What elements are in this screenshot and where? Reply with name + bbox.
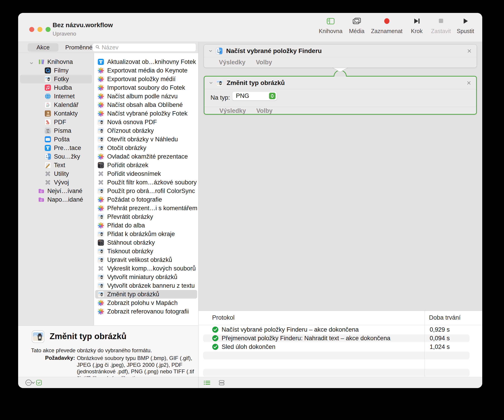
category-label: Internet xyxy=(54,93,75,100)
action-list-item[interactable]: Tisknout obrázky xyxy=(94,247,198,255)
list-view-icon[interactable] xyxy=(203,379,211,387)
sidebar-item[interactable]: Hudba xyxy=(18,83,94,92)
action-list-item[interactable]: Nová osnova PDF xyxy=(94,118,198,126)
action-list-item[interactable]: Použít pro obrá…rofil ColorSync xyxy=(94,187,198,195)
toolbar-icon xyxy=(436,15,446,28)
action-list-item[interactable]: Exportovat média do Keynote xyxy=(94,66,198,75)
action-list-item[interactable]: Stáhnout obrázky xyxy=(94,238,198,247)
action-icon xyxy=(98,248,104,254)
protocol-row[interactable]: Přejmenovat položky Finderu: Nahradit te… xyxy=(198,334,482,343)
collapse-chevron-icon[interactable] xyxy=(209,81,213,85)
action-list-item[interactable]: Převrátit obrázky xyxy=(94,213,198,221)
action-icon xyxy=(98,265,104,272)
collapse-chevron-icon[interactable] xyxy=(209,49,213,53)
sidebar-item[interactable]: PDF PDF xyxy=(18,118,94,126)
sidebar-item[interactable]: Text xyxy=(18,161,94,169)
toolbar-label: Zastavit xyxy=(431,28,451,35)
sidebar-item[interactable]: Pre…tace xyxy=(18,144,94,152)
action-list-item[interactable]: Pořídit obrázek xyxy=(94,161,198,169)
sidebar-item[interactable]: Nejví…ívané xyxy=(18,187,94,195)
workflow-action-card-change-type[interactable]: Změnit typ obrázků Na typ: PNG Výsledky … xyxy=(204,76,477,115)
action-list-item[interactable]: Načíst album podle názvu xyxy=(94,92,198,101)
action-list-item[interactable]: Načíst obsah alba Oblíbené xyxy=(94,101,198,109)
sidebar-item[interactable]: Napo…idané xyxy=(18,195,94,204)
options-link[interactable]: Volby xyxy=(256,107,273,114)
sidebar-item[interactable]: Pošta xyxy=(18,135,94,144)
titlebar: Bez názvu.workflow Upraveno Knihovna Méd… xyxy=(18,13,482,42)
card-header: Načíst vybrané položky Finderu xyxy=(204,45,477,57)
sidebar-item[interactable]: Filmy xyxy=(18,66,94,75)
protocol-row[interactable]: Načíst vybrané položky Finderu – akce do… xyxy=(198,325,482,334)
toolbar-button[interactable]: Zastavit xyxy=(431,15,451,35)
sidebar-item[interactable]: Utility xyxy=(18,169,94,178)
action-icon xyxy=(98,84,104,91)
action-list-item[interactable]: Změnit typ obrázků xyxy=(95,290,197,299)
action-list-item[interactable]: Importovat soubory do Fotek xyxy=(94,83,198,92)
toolbar-button[interactable]: Spustit xyxy=(457,15,474,35)
action-list-item[interactable]: Přidat do alba xyxy=(94,221,198,230)
zoom-window-button[interactable] xyxy=(46,27,51,32)
toolbar-button[interactable]: Knihovna xyxy=(319,15,342,35)
action-list-item[interactable]: Otočit obrázky xyxy=(94,144,198,152)
minimize-window-button[interactable] xyxy=(37,27,42,32)
disclosure-chevron-icon[interactable] xyxy=(30,60,34,64)
action-list-item[interactable]: Přehrát prezent…i s komentářem xyxy=(94,204,198,213)
sidebar-item[interactable]: Vývoj xyxy=(18,178,94,187)
action-icon xyxy=(98,171,104,177)
action-list-item[interactable]: Aktualizovat ob…knihovny Fotek xyxy=(94,58,198,66)
toolbar-button[interactable]: Média xyxy=(348,15,365,35)
action-icon xyxy=(98,257,104,263)
search-input[interactable] xyxy=(102,44,193,51)
action-list-item[interactable]: Pořídit videosnímek xyxy=(94,169,198,178)
tab-actions[interactable]: Akce xyxy=(28,43,59,52)
options-link[interactable]: Volby xyxy=(256,59,272,66)
sidebar-item[interactable]: Sou…žky xyxy=(18,152,94,161)
action-label: Stáhnout obrázky xyxy=(107,239,155,246)
action-list-item[interactable]: Přidat k obrázkům okraje xyxy=(94,230,198,238)
action-label: Exportovat položky médií xyxy=(107,76,176,83)
sidebar-item[interactable]: Knihovna xyxy=(18,58,94,66)
category-icon xyxy=(45,153,51,160)
stack-view-icon[interactable] xyxy=(218,379,226,387)
workflow-action-card-finder[interactable]: Načíst vybrané položky Finderu Výsledky … xyxy=(204,44,477,68)
tab-variables[interactable]: Proměnné xyxy=(63,43,95,52)
action-list-item[interactable]: Zobrazit referovanou fotografii xyxy=(94,307,198,316)
close-window-button[interactable] xyxy=(29,27,34,32)
search-field[interactable] xyxy=(92,43,196,52)
action-label: Použít filtr kom…ázkové soubory xyxy=(107,179,197,186)
checkbox-icon[interactable] xyxy=(36,379,42,387)
action-list-item[interactable]: Zobrazit polohu v Mapách xyxy=(94,299,198,307)
action-list-item[interactable]: Upravit velikost obrázků xyxy=(94,255,198,264)
sidebar-item[interactable]: AAAa Písma xyxy=(18,126,94,135)
library-category-list: Knihovna Filmy Fotky Hudba xyxy=(18,53,94,323)
close-icon[interactable] xyxy=(467,48,472,54)
category-icon xyxy=(45,76,51,82)
toolbar-button[interactable]: Zaznamenat xyxy=(371,15,402,35)
action-list-item[interactable]: Vytvořit obrázek banneru z textu xyxy=(94,281,198,290)
sidebar-item[interactable]: Internet xyxy=(18,92,94,101)
action-list-item[interactable]: Otevřít obrázky v Náhledu xyxy=(94,135,198,144)
image-type-dropdown[interactable]: PNG xyxy=(232,91,277,101)
action-list-item[interactable]: Použít filtr kom…ázkové soubory xyxy=(94,178,198,187)
automator-window: Bez názvu.workflow Upraveno Knihovna Méd… xyxy=(18,13,482,388)
window-title: Bez názvu.workflow xyxy=(53,22,113,29)
protocol-row-text: Načíst vybrané položky Finderu – akce do… xyxy=(222,325,359,334)
chevron-down-icon[interactable] xyxy=(31,381,35,385)
action-list-item[interactable]: Oříznout obrázky xyxy=(94,126,198,135)
action-list-item[interactable]: Exportovat položky médií xyxy=(94,75,198,83)
action-list-item[interactable]: Ovladač okamžité prezentace xyxy=(94,152,198,161)
toolbar-button[interactable]: Krok xyxy=(408,15,425,35)
action-list-item[interactable]: Vykreslit komp…kových souborů xyxy=(94,264,198,273)
action-list-item[interactable]: Požádat o fotografie xyxy=(94,195,198,204)
results-link[interactable]: Výsledky xyxy=(219,107,246,114)
protocol-row[interactable]: Sled úloh dokončen 1,024 s xyxy=(198,343,482,351)
action-list-item[interactable]: Načíst vybrané položky Fotek xyxy=(94,109,198,118)
toolbar-label: Zaznamenat xyxy=(371,28,402,35)
sidebar-item[interactable]: JUL17 Kalendář xyxy=(18,101,94,109)
close-icon[interactable] xyxy=(466,80,472,86)
sidebar-item[interactable]: Fotky xyxy=(20,75,92,83)
sidebar-item[interactable]: Kontakty xyxy=(18,109,94,118)
category-label: PDF xyxy=(54,119,66,126)
action-list-item[interactable]: Vytvořit miniatury obrázků xyxy=(94,273,198,281)
results-link[interactable]: Výsledky xyxy=(219,59,246,66)
